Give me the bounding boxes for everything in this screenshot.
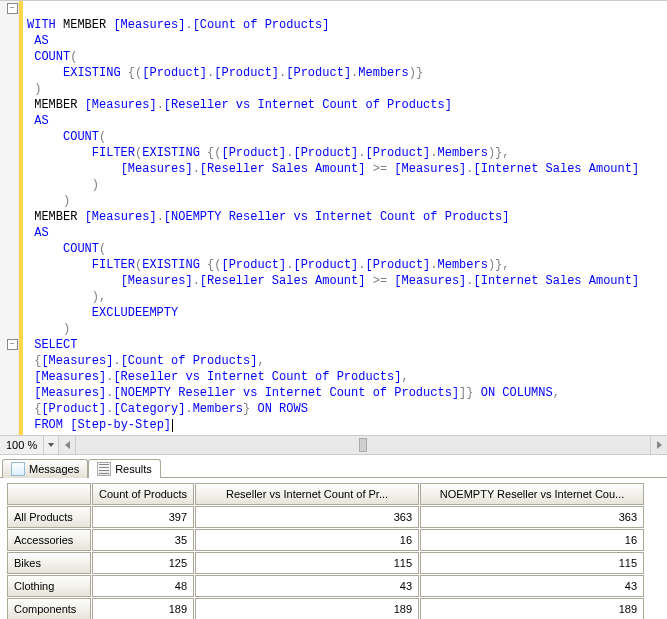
col-header[interactable]: Reseller vs Internet Count of Pr... — [195, 483, 419, 505]
cell[interactable]: 35 — [92, 529, 194, 551]
cell[interactable]: 189 — [420, 598, 644, 619]
row-header[interactable]: Components — [7, 598, 91, 619]
corner-cell[interactable] — [7, 483, 91, 505]
cell[interactable]: 125 — [92, 552, 194, 574]
tab-messages[interactable]: Messages — [2, 459, 88, 478]
tab-results[interactable]: Results — [88, 459, 161, 478]
kw-with: WITH — [27, 18, 56, 32]
col-header[interactable]: NOEMPTY Reseller vs Internet Cou... — [420, 483, 644, 505]
result-tabs: Messages Results — [0, 455, 667, 478]
zoom-bar: 100 % — [0, 435, 667, 455]
cell[interactable]: 189 — [92, 598, 194, 619]
table-row: Bikes 125 115 115 — [7, 552, 644, 574]
hscroll-track[interactable] — [75, 436, 651, 454]
scroll-left[interactable] — [59, 436, 75, 454]
cell[interactable]: 363 — [195, 506, 419, 528]
cell[interactable]: 48 — [92, 575, 194, 597]
cell[interactable]: 397 — [92, 506, 194, 528]
messages-icon — [11, 462, 25, 476]
cell[interactable]: 115 — [420, 552, 644, 574]
row-header[interactable]: Clothing — [7, 575, 91, 597]
cell[interactable]: 115 — [195, 552, 419, 574]
tab-label: Results — [115, 463, 152, 475]
results-grid: Count of Products Reseller vs Internet C… — [0, 478, 667, 619]
fold-icon[interactable]: − — [7, 3, 18, 14]
scroll-right[interactable] — [651, 436, 667, 454]
table-row: Clothing 48 43 43 — [7, 575, 644, 597]
results-table: Count of Products Reseller vs Internet C… — [6, 482, 645, 619]
zoom-dropdown[interactable] — [44, 436, 59, 454]
fold-icon[interactable]: − — [7, 339, 18, 350]
row-header[interactable]: All Products — [7, 506, 91, 528]
results-icon — [97, 462, 111, 476]
cell[interactable]: 43 — [195, 575, 419, 597]
zoom-percent: 100 % — [0, 436, 44, 454]
text-cursor — [172, 419, 173, 432]
table-row: Accessories 35 16 16 — [7, 529, 644, 551]
code-area[interactable]: −WITH MEMBER [Measures].[Count of Produc… — [23, 1, 643, 435]
hscroll-thumb[interactable] — [359, 438, 367, 452]
cell[interactable]: 189 — [195, 598, 419, 619]
row-header[interactable]: Accessories — [7, 529, 91, 551]
code-editor[interactable]: −WITH MEMBER [Measures].[Count of Produc… — [0, 0, 667, 435]
tab-label: Messages — [29, 463, 79, 475]
header-row: Count of Products Reseller vs Internet C… — [7, 483, 644, 505]
cell[interactable]: 16 — [195, 529, 419, 551]
cell[interactable]: 16 — [420, 529, 644, 551]
gutter — [0, 1, 19, 435]
cell[interactable]: 43 — [420, 575, 644, 597]
table-row: All Products 397 363 363 — [7, 506, 644, 528]
row-header[interactable]: Bikes — [7, 552, 91, 574]
cell[interactable]: 363 — [420, 506, 644, 528]
col-header[interactable]: Count of Products — [92, 483, 194, 505]
table-row: Components 189 189 189 — [7, 598, 644, 619]
